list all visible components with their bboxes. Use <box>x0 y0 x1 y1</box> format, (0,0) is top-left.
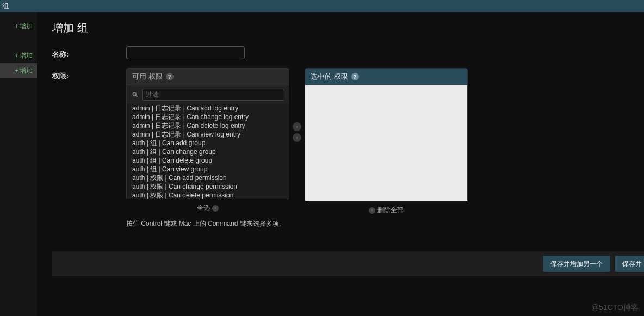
chosen-header: 选中的 权限 ? <box>305 68 468 85</box>
sidebar-add-link-3[interactable]: +增加 <box>0 63 37 78</box>
selector-arrows: › ‹ <box>289 68 305 142</box>
help-icon[interactable]: ? <box>351 73 359 80</box>
chosen-column: 选中的 权限 ? ‹ 删除全部 <box>305 68 468 219</box>
add-arrow-button[interactable]: › <box>293 122 301 131</box>
sidebar-spacer <box>0 34 37 48</box>
permission-option[interactable]: auth | 组 | Can add group <box>127 139 289 147</box>
plus-icon: + <box>15 67 18 75</box>
permissions-label: 权限: <box>52 68 126 81</box>
permission-option[interactable]: admin | 日志记录 | Can view log entry <box>127 130 289 139</box>
name-label: 名称: <box>52 46 126 59</box>
sidebar-add-link-1[interactable]: +增加 <box>0 18 37 34</box>
remove-arrow-button[interactable]: ‹ <box>293 133 301 142</box>
filter-bar <box>126 85 289 104</box>
permission-option[interactable]: admin | 日志记录 | Can delete log entry <box>127 121 289 130</box>
permission-option[interactable]: auth | 组 | Can view group <box>127 165 289 174</box>
watermark: @51CTO博客 <box>591 303 639 313</box>
choose-all-link[interactable]: 全选 › <box>197 203 219 213</box>
topbar: 组 <box>0 0 644 12</box>
help-hint: 按住 Control 键或 Mac 上的 Command 键来选择多项。 <box>126 219 289 228</box>
permission-option[interactable]: auth | 权限 | Can delete permission <box>127 191 289 199</box>
page-title: 增加 组 <box>52 21 644 35</box>
remove-all-icon: ‹ <box>369 207 375 214</box>
plus-icon: + <box>15 52 18 59</box>
arrow-right-icon: › <box>212 205 219 212</box>
permission-option[interactable]: auth | 组 | Can delete group <box>127 156 289 165</box>
remove-all-link[interactable]: ‹ 删除全部 <box>369 206 404 215</box>
svg-point-0 <box>133 92 136 96</box>
name-input[interactable] <box>126 46 245 59</box>
filter-input[interactable] <box>142 89 284 101</box>
available-column: 可用 权限 ? admin | 日志记录 | Can add log entry… <box>126 68 289 228</box>
available-list[interactable]: admin | 日志记录 | Can add log entryadmin | … <box>126 104 289 199</box>
permission-option[interactable]: auth | 组 | Can change group <box>127 147 289 156</box>
chosen-list[interactable] <box>305 85 468 201</box>
sidebar-add-link-2[interactable]: +增加 <box>0 48 37 63</box>
available-header: 可用 权限 ? <box>126 68 289 85</box>
permissions-selector: 可用 权限 ? admin | 日志记录 | Can add log entry… <box>126 68 468 228</box>
permission-option[interactable]: admin | 日志记录 | Can change log entry <box>127 113 289 121</box>
submit-bar: 保存并增加另一个 保存并 <box>52 251 644 276</box>
svg-line-1 <box>136 96 138 97</box>
save-add-another-button[interactable]: 保存并增加另一个 <box>543 256 610 272</box>
plus-icon: + <box>15 22 18 30</box>
permission-option[interactable]: auth | 权限 | Can add permission <box>127 174 289 182</box>
permission-option[interactable]: auth | 权限 | Can change permission <box>127 182 289 191</box>
save-continue-button[interactable]: 保存并 <box>615 256 644 272</box>
help-icon[interactable]: ? <box>166 73 174 80</box>
topbar-crumb: 组 <box>2 2 9 10</box>
search-icon <box>131 91 139 98</box>
sidebar: +增加 +增加 +增加 <box>0 12 37 316</box>
permission-option[interactable]: admin | 日志记录 | Can add log entry <box>127 104 289 113</box>
